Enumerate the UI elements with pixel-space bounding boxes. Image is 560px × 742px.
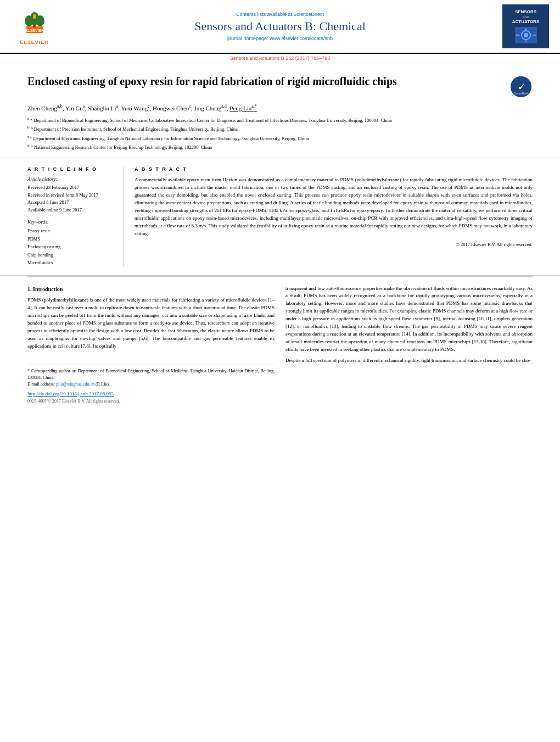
sensors-logo-graphic — [515, 27, 537, 43]
journal-homepage: journal homepage: www.elsevier.com/locat… — [69, 36, 491, 41]
intro-paragraph-1: PDMS (polydimethylsiloxane) is one of th… — [27, 297, 275, 350]
intro-paragraph-2: transparent and low auto-fluorescence pr… — [285, 285, 533, 354]
elsevier-label: ELSEVIER — [20, 40, 49, 45]
abstract-text: A commercially available epoxy resin fro… — [135, 176, 533, 238]
crossmark-icon: ✓ CrossMark — [511, 76, 531, 97]
keyword-microfluidics: Microfluidics — [27, 259, 115, 266]
journal-header-center: Contents lists available at ScienceDirec… — [58, 12, 502, 41]
keyword-epoxy-resin: Epoxy resin — [27, 227, 115, 235]
corresponding-author-footnote: * Corresponding author at: Department of… — [27, 365, 275, 388]
abstract-heading: A B S T R A C T — [135, 166, 533, 172]
accepted-date: Accepted 8 June 2017 — [27, 199, 115, 207]
affiliation-c: c ᶜ Department of Electronic Engineering… — [27, 134, 533, 142]
sciencedirect-line: Contents lists available at ScienceDirec… — [69, 12, 491, 17]
email-suffix: (P. Liu). — [96, 382, 110, 387]
email-label: E-mail address: — [27, 382, 55, 387]
right-content-column: transparent and low auto-fluorescence pr… — [285, 285, 533, 405]
sensors-logo-line1: SENSORS — [512, 9, 539, 15]
history-title: Article history: — [27, 176, 115, 182]
svg-point-10 — [524, 33, 528, 37]
introduction-title: 1. Introduction — [27, 285, 275, 294]
keyword-pdms: PDMS — [27, 235, 115, 243]
svg-rect-6 — [33, 25, 36, 27]
footnote-star-text: * Corresponding author at: Department of… — [27, 369, 275, 380]
article-info-column: A R T I C L E I N F O Article history: R… — [27, 166, 124, 267]
issn-line: 0925-4005/© 2017 Elsevier B.V. All right… — [27, 398, 275, 405]
authors-line: Zhen Chenga,b, Yin Gua, Shanglin Lia, Yu… — [27, 104, 533, 111]
citation-line: Sensors and Actuators B 252 (2017) 785–7… — [0, 54, 560, 63]
article-info-heading: A R T I C L E I N F O — [27, 166, 115, 172]
sensors-logo-line2: and — [512, 15, 539, 20]
svg-text:ELSEVIER: ELSEVIER — [25, 29, 44, 32]
keywords-title: Keywords: — [27, 219, 115, 225]
contents-label: Contents lists available at — [236, 12, 292, 17]
svg-point-5 — [36, 15, 44, 26]
article-title: Enclosed casting of epoxy resin for rapi… — [27, 74, 511, 89]
author-jing-cheng: Jing Chenga,d — [194, 105, 226, 111]
email-address[interactable]: pliu@tsinghua.edu.cn — [56, 382, 94, 387]
main-content: 1. Introduction PDMS (polydimethylsiloxa… — [0, 277, 560, 413]
author-yin-gu: Yin Gua — [65, 105, 85, 111]
author-hongwei-chen: Hongwei Chenc — [153, 105, 191, 111]
doi-link[interactable]: http://dx.doi.org/10.1016/j.snb.2017.06.… — [27, 390, 275, 398]
left-col-footnote-area: * Corresponding author at: Department of… — [27, 354, 275, 405]
sensors-logo-line3: ACTUATORS — [512, 19, 539, 25]
author-peng-liu: Peng Liua,* — [229, 105, 257, 111]
article-body: A R T I C L E I N F O Article history: R… — [0, 158, 560, 276]
elsevier-logo: ELSEVIER ELSEVIER — [11, 8, 58, 45]
affiliation-a: a ᵃ Department of Biomedical Engineering… — [27, 116, 533, 124]
keyword-enclosing-casting: Enclosing casting — [27, 243, 115, 250]
received-date: Received 23 February 2017 — [27, 184, 115, 192]
journal-header: ELSEVIER ELSEVIER Contents lists availab… — [0, 0, 560, 54]
svg-point-7 — [33, 14, 36, 19]
revised-date: Received in revised form 8 May 2017 — [27, 192, 115, 199]
author-zhen-cheng: Zhen Chenga,b — [27, 105, 63, 111]
intro-paragraph-3: Despite a full spectrum of polymers in d… — [285, 357, 533, 365]
sensors-actuators-logo: SENSORS and ACTUATORS — [502, 4, 549, 48]
abstract-column: A B S T R A C T A commercially available… — [135, 166, 533, 267]
crossmark-box: ✓ CrossMark — [511, 76, 533, 98]
affiliations: a ᵃ Department of Biomedical Engineering… — [27, 116, 533, 151]
author-shanglin-li: Shanglin Lia — [88, 105, 118, 111]
keywords-section: Keywords: Epoxy resin PDMS Enclosing cas… — [27, 219, 115, 266]
author-yuxi-wang: Yuxi Wangc — [121, 105, 149, 111]
article-title-section: Enclosed casting of epoxy resin for rapi… — [0, 63, 560, 158]
journal-title: Sensors and Actuators B: Chemical — [69, 19, 491, 34]
left-content-column: 1. Introduction PDMS (polydimethylsiloxa… — [27, 285, 275, 405]
page-wrapper: ELSEVIER ELSEVIER Contents lists availab… — [0, 0, 560, 742]
svg-text:✓: ✓ — [518, 82, 525, 92]
available-date: Available online 9 June 2017 — [27, 207, 115, 214]
affiliation-b: b ᵇ Department of Precision Instrument, … — [27, 125, 533, 133]
copyright-line: © 2017 Elsevier B.V. All rights reserved… — [135, 242, 533, 247]
article-history: Article history: Received 23 February 20… — [27, 176, 115, 214]
homepage-url[interactable]: www.elsevier.com/locate/snb — [270, 36, 333, 41]
keyword-chip-bonding: Chip bonding — [27, 251, 115, 259]
affiliation-d: d ᵈ National Engineering Research Center… — [27, 143, 533, 151]
sciencedirect-link-text[interactable]: ScienceDirect — [294, 12, 324, 17]
svg-text:CrossMark: CrossMark — [514, 92, 528, 95]
